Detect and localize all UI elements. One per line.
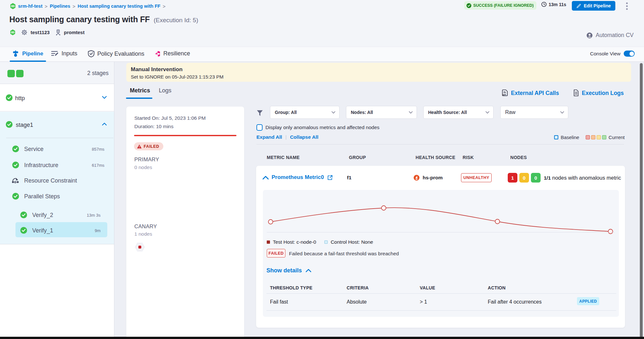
- svg-text:API: API: [503, 94, 506, 96]
